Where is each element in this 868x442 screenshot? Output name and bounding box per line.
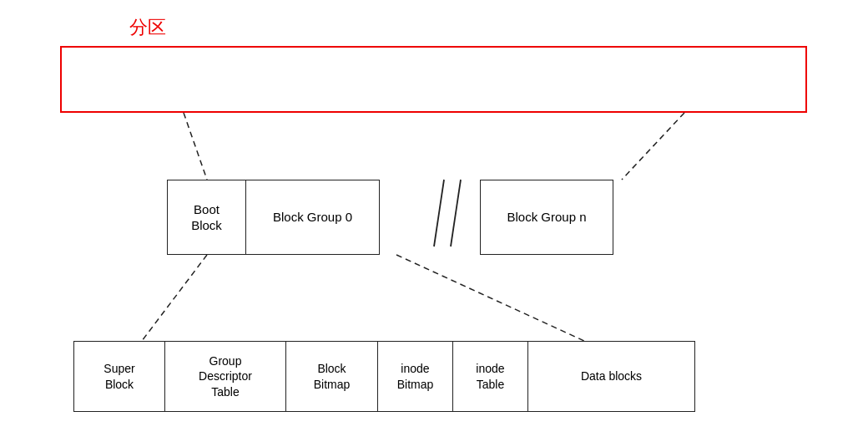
inode-table-label: inodeTable	[476, 361, 504, 391]
inode-table-box: inodeTable	[453, 341, 528, 412]
svg-line-0	[184, 113, 207, 180]
block-bitmap-label: BlockBitmap	[314, 361, 351, 391]
data-blocks-label: Data blocks	[581, 368, 642, 384]
middle-gap	[380, 180, 480, 255]
inode-bitmap-box: inodeBitmap	[378, 341, 453, 412]
svg-line-1	[622, 113, 684, 180]
bottom-row: SuperBlock GroupDescriptorTable BlockBit…	[73, 341, 695, 412]
boot-block-box: BootBlock	[167, 180, 246, 255]
partition-label: 分区	[129, 15, 166, 40]
super-block-box: SuperBlock	[73, 341, 165, 412]
svg-line-3	[396, 255, 584, 341]
super-block-label: SuperBlock	[103, 361, 134, 391]
block-group-0-label: Block Group 0	[273, 209, 352, 226]
partition-rect	[60, 46, 807, 113]
group-descriptor-table-label: GroupDescriptorTable	[199, 353, 252, 399]
block-group-0-box: Block Group 0	[246, 180, 380, 255]
boot-block-label: BootBlock	[191, 201, 222, 234]
group-descriptor-table-box: GroupDescriptorTable	[165, 341, 286, 412]
data-blocks-box: Data blocks	[528, 341, 695, 412]
inode-bitmap-label: inodeBitmap	[397, 361, 434, 391]
block-group-n-box: Block Group n	[480, 180, 613, 255]
block-bitmap-box: BlockBitmap	[286, 341, 378, 412]
block-group-n-label: Block Group n	[507, 209, 586, 226]
diagram: 分区 BootBlock Block Group 0 Block Group n	[0, 0, 868, 442]
svg-line-2	[142, 255, 207, 341]
middle-row: BootBlock Block Group 0 Block Group n	[167, 180, 613, 255]
